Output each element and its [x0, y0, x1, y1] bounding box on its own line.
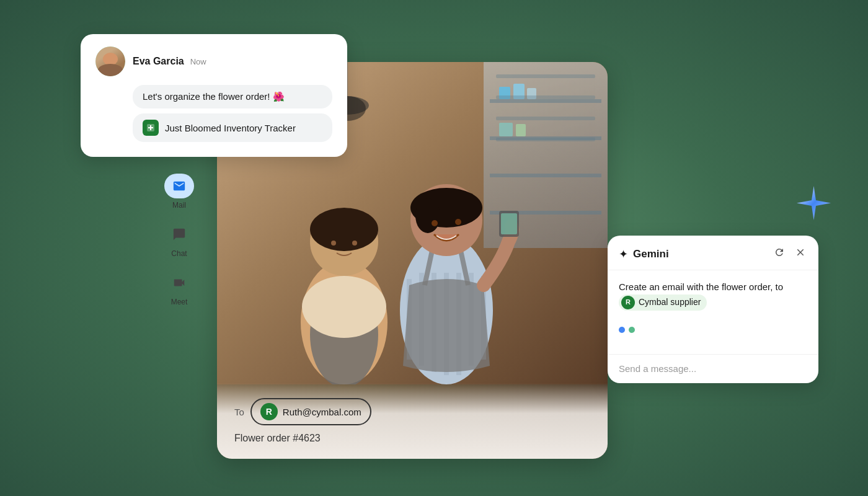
supplier-name: Cymbal supplier: [639, 296, 701, 309]
chat-messages: Let's organize the flower order! 🌺 Just …: [133, 85, 332, 142]
svg-point-35: [432, 220, 438, 226]
loading-dot-1: [619, 327, 625, 333]
tracker-icon: [143, 120, 159, 136]
recipient-email: Ruth@cymbal.com: [283, 407, 361, 417]
sidebar-nav: Mail Chat Meet: [164, 174, 194, 306]
gemini-title-group: ✦ Gemini: [619, 247, 669, 261]
svg-point-21: [331, 241, 336, 246]
mail-label: Mail: [172, 201, 186, 210]
supplier-chip: R Cymbal supplier: [619, 294, 707, 311]
gemini-input-placeholder: Send a message...: [619, 363, 696, 374]
recipient-avatar: R: [260, 403, 278, 420]
chat-icon: [172, 228, 186, 241]
to-label: To: [234, 407, 244, 417]
gemini-input-area[interactable]: Send a message...: [608, 355, 818, 383]
chat-username: Eva Garcia: [133, 56, 184, 67]
mail-icon-wrap: [164, 174, 194, 198]
gemini-actions: [773, 246, 807, 262]
sparkle-decoration: [797, 186, 831, 223]
chat-message-text: Let's organize the flower order! 🌺: [143, 91, 285, 102]
supplier-avatar: R: [621, 296, 635, 309]
supplier-initial: R: [626, 297, 631, 308]
gemini-message-text: Create an email with the flower order, t…: [619, 281, 783, 292]
chat-icon-wrap: [164, 222, 194, 247]
mail-icon: [172, 179, 186, 193]
sidebar-item-meet[interactable]: Meet: [164, 270, 194, 306]
svg-point-23: [302, 276, 386, 338]
svg-marker-39: [797, 186, 831, 220]
sparkle-icon: [797, 186, 831, 220]
email-subject: Flower order #4623: [234, 433, 590, 444]
meet-icon: [172, 276, 186, 290]
chat-notification-card: Eva Garcia Now Let's organize the flower…: [81, 34, 347, 157]
recipient-initial: R: [266, 407, 272, 417]
sidebar-item-chat[interactable]: Chat: [164, 222, 194, 258]
gemini-body: Create an email with the flower order, t…: [608, 270, 818, 354]
tracker-label: Just Bloomed Inventory Tracker: [165, 123, 296, 133]
gemini-message: Create an email with the flower order, t…: [619, 280, 807, 311]
avatar: [95, 46, 125, 76]
loading-dot-2: [629, 327, 635, 333]
email-compose-overlay: To R Ruth@cymbal.com Flower order #4623: [217, 383, 608, 459]
chat-bubble-tracker[interactable]: Just Bloomed Inventory Tracker: [133, 113, 332, 142]
svg-point-20: [310, 208, 378, 251]
chat-user-info: Eva Garcia Now: [133, 56, 206, 67]
gemini-refresh-button[interactable]: [773, 246, 786, 262]
recipient-pill[interactable]: R Ruth@cymbal.com: [250, 398, 371, 425]
svg-point-36: [455, 219, 461, 225]
meet-icon-wrap: [164, 270, 194, 295]
svg-point-34: [415, 198, 440, 233]
gemini-panel: ✦ Gemini Create an email with the flower…: [608, 236, 818, 383]
gemini-star-icon: ✦: [619, 247, 628, 261]
svg-point-22: [352, 241, 357, 246]
chat-card-header: Eva Garcia Now: [95, 46, 332, 76]
sidebar-item-mail[interactable]: Mail: [164, 174, 194, 210]
gemini-title: Gemini: [633, 248, 669, 260]
shelf-decoration: [496, 74, 595, 198]
svg-rect-38: [501, 213, 517, 234]
meet-label: Meet: [171, 298, 188, 306]
to-field: To R Ruth@cymbal.com: [234, 398, 590, 425]
chat-bubble-message: Let's organize the flower order! 🌺: [133, 85, 332, 108]
gemini-loading-indicator: [619, 321, 807, 339]
chat-label: Chat: [171, 249, 187, 258]
gemini-header: ✦ Gemini: [608, 236, 818, 270]
gemini-close-button[interactable]: [794, 246, 807, 262]
chat-time: Now: [190, 57, 206, 66]
